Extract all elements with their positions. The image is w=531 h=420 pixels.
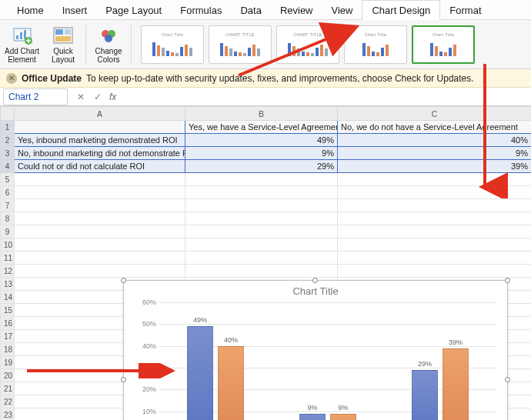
spreadsheet-grid[interactable]: A B C 1 Yes, we have a Service-Level Agr…: [0, 106, 531, 420]
row-header[interactable]: 8: [1, 212, 15, 225]
ribbon: Add Chart Element Quick Layout Change Co…: [0, 20, 531, 69]
tab-data[interactable]: Data: [231, 1, 270, 19]
corner-cell[interactable]: [1, 107, 15, 121]
svg-rect-3: [24, 30, 26, 39]
tab-formulas[interactable]: Formulas: [171, 1, 231, 19]
row-header[interactable]: 14: [1, 291, 15, 304]
quick-layout-icon: [52, 25, 75, 45]
row-header[interactable]: 21: [1, 382, 15, 395]
formula-bar: Chart 2 ✕ ✓ fx: [0, 88, 531, 106]
svg-rect-2: [20, 32, 22, 39]
quick-layout-button[interactable]: Quick Layout: [44, 20, 82, 68]
col-header-a[interactable]: A: [15, 107, 185, 121]
menu-tabs: Home Insert Page Layout Formulas Data Re…: [0, 0, 531, 20]
cell-c1[interactable]: No, we do not have a Service-Level Agree…: [338, 121, 532, 134]
row-header[interactable]: 18: [1, 343, 15, 356]
office-update-banner: ✕ Office Update To keep up-to-date with …: [0, 69, 531, 88]
svg-point-11: [105, 35, 112, 42]
svg-rect-6: [55, 29, 63, 35]
chart-style-4[interactable]: Chart Title: [344, 25, 407, 64]
add-chart-element-icon: [11, 25, 34, 45]
formula-input[interactable]: [119, 88, 531, 105]
chart-style-5[interactable]: Chart Title: [412, 25, 475, 64]
cell-b3[interactable]: 9%: [185, 147, 338, 160]
cell-b1[interactable]: Yes, we have a Service-Level Agreement: [185, 121, 338, 134]
change-colors-button[interactable]: Change Colors: [89, 20, 128, 68]
row-header[interactable]: 13: [1, 278, 15, 291]
tab-chart-design[interactable]: Chart Design: [362, 0, 440, 20]
quick-layout-label: Quick Layout: [52, 47, 75, 64]
cell-a1[interactable]: [15, 121, 185, 134]
row-header[interactable]: 6: [1, 186, 15, 199]
chart-style-1[interactable]: Chart Title: [141, 25, 204, 64]
tab-insert[interactable]: Insert: [53, 1, 97, 19]
col-header-b[interactable]: B: [185, 107, 338, 121]
chart-style-3[interactable]: CHART TITLE: [276, 25, 339, 64]
add-chart-element-label: Add Chart Element: [5, 47, 39, 64]
cell-c3[interactable]: 9%: [338, 147, 532, 160]
fx-confirm-button[interactable]: ✓: [89, 92, 106, 102]
row-header[interactable]: 12: [1, 265, 15, 278]
chart-style-2[interactable]: CHART TITLE: [209, 25, 272, 64]
chart-style-gallery: Chart Title CHART TITLE CHART TITLE Char…: [135, 20, 481, 68]
change-colors-icon: [97, 25, 120, 45]
row-header[interactable]: 4: [1, 160, 15, 173]
fx-cancel-button[interactable]: ✕: [72, 92, 89, 102]
row-header[interactable]: 23: [1, 408, 15, 421]
svg-rect-1: [16, 35, 18, 39]
fx-icon: fx: [106, 92, 119, 102]
tab-page-layout[interactable]: Page Layout: [96, 1, 171, 19]
row-header[interactable]: 10: [1, 238, 15, 252]
cell-c2[interactable]: 40%: [338, 134, 532, 147]
row-header[interactable]: 16: [1, 317, 15, 330]
add-chart-element-button[interactable]: Add Chart Element: [0, 20, 44, 68]
row-header[interactable]: 9: [1, 225, 15, 238]
update-text: To keep up-to-date with security updates…: [86, 73, 474, 84]
row-header[interactable]: 22: [1, 395, 15, 408]
row-header[interactable]: 5: [1, 173, 15, 186]
cell-b2[interactable]: 49%: [185, 134, 338, 147]
row-header[interactable]: 7: [1, 199, 15, 212]
row-header[interactable]: 19: [1, 356, 15, 369]
svg-rect-7: [65, 29, 71, 35]
row-header[interactable]: 11: [1, 252, 15, 265]
col-header-c[interactable]: C: [338, 107, 532, 121]
cell-b4[interactable]: 29%: [185, 160, 338, 173]
row-header[interactable]: 3: [1, 147, 15, 160]
tab-view[interactable]: View: [322, 1, 362, 19]
row-header[interactable]: 20: [1, 369, 15, 382]
name-box[interactable]: Chart 2: [3, 88, 68, 105]
embedded-chart[interactable]: Chart Title 0%10%20%30%40%50%60%49%40%Ye…: [123, 280, 508, 420]
row-header[interactable]: 2: [1, 134, 15, 147]
row-header[interactable]: 1: [1, 121, 15, 134]
tab-review[interactable]: Review: [271, 1, 322, 19]
row-header[interactable]: 15: [1, 304, 15, 317]
cell-c4[interactable]: 39%: [338, 160, 532, 173]
cell-a3[interactable]: No, inbound marketing did not demonstrat…: [15, 147, 185, 160]
row-header[interactable]: 17: [1, 330, 15, 343]
svg-rect-8: [55, 36, 71, 42]
close-icon[interactable]: ✕: [6, 73, 17, 84]
change-colors-label: Change Colors: [95, 47, 122, 64]
cell-a2[interactable]: Yes, inbound marketing demonstrated ROI: [15, 134, 185, 147]
chart-title[interactable]: Chart Title: [124, 281, 507, 298]
update-title: Office Update: [22, 73, 82, 84]
chart-plot-area[interactable]: 0%10%20%30%40%50%60%49%40%Yes, inbound m…: [159, 302, 496, 420]
tab-home[interactable]: Home: [8, 1, 53, 19]
cell-a4[interactable]: Could not or did not calculate ROI: [15, 160, 185, 173]
tab-format[interactable]: Format: [440, 1, 490, 19]
